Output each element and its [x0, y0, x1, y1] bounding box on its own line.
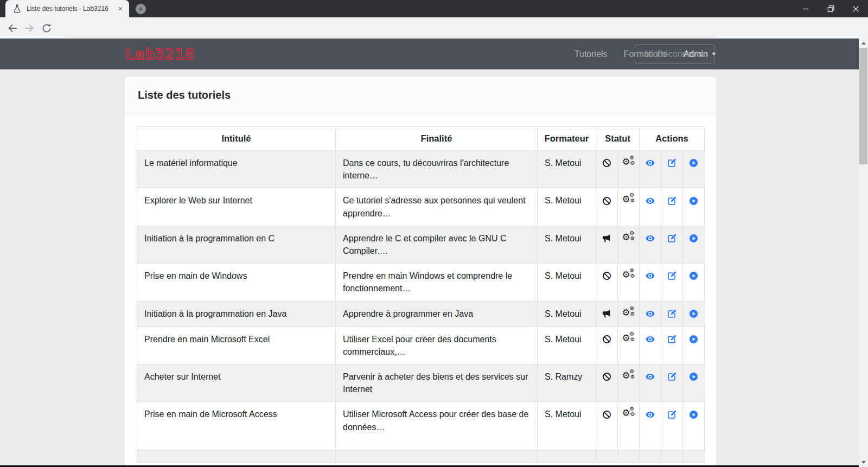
ban-icon[interactable]	[602, 372, 612, 382]
eye-icon[interactable]	[645, 372, 655, 382]
eye-icon[interactable]	[645, 271, 655, 281]
back-icon[interactable]	[7, 22, 18, 34]
play-icon[interactable]	[688, 309, 699, 319]
play-cell[interactable]	[683, 301, 705, 327]
play-icon[interactable]	[688, 271, 699, 281]
status-cell[interactable]	[596, 151, 618, 188]
play-icon[interactable]	[688, 410, 699, 420]
view-cell[interactable]	[640, 151, 661, 188]
status-cell[interactable]	[596, 364, 618, 402]
edit-icon[interactable]	[667, 271, 677, 281]
browser-tab[interactable]: Liste des tutoriels - Lab3216 ×	[5, 0, 129, 17]
settings-cell[interactable]: ⚙⚙⚙	[618, 364, 640, 402]
edit-icon[interactable]	[667, 158, 677, 168]
settings-cell[interactable]: ⚙⚙⚙	[618, 327, 640, 364]
view-cell[interactable]	[640, 402, 661, 450]
close-tab-icon[interactable]: ×	[116, 5, 125, 12]
eye-icon[interactable]	[645, 334, 655, 344]
scrollbar-thumb[interactable]	[859, 48, 867, 164]
play-cell[interactable]	[683, 264, 705, 301]
edit-cell[interactable]	[661, 226, 683, 263]
scroll-up-button[interactable]	[859, 39, 868, 48]
edit-icon[interactable]	[667, 372, 677, 382]
settings-cell[interactable]: ⚙⚙⚙	[618, 151, 640, 188]
play-cell[interactable]	[683, 364, 705, 402]
settings-cell[interactable]: ⚙⚙⚙	[618, 264, 640, 301]
ban-icon[interactable]	[602, 271, 612, 281]
edit-cell[interactable]	[661, 188, 683, 226]
view-cell[interactable]	[640, 188, 661, 226]
bullhorn-icon[interactable]	[602, 233, 612, 244]
edit-icon[interactable]	[667, 410, 677, 420]
view-cell[interactable]	[640, 301, 661, 327]
eye-icon[interactable]	[645, 158, 655, 168]
play-icon[interactable]	[688, 196, 699, 206]
status-cell[interactable]	[596, 188, 618, 226]
ban-icon[interactable]	[602, 196, 612, 206]
play-cell[interactable]	[683, 188, 705, 226]
scroll-down-button[interactable]	[859, 458, 868, 467]
cogs-icon[interactable]: ⚙⚙⚙	[622, 156, 635, 167]
edit-icon[interactable]	[667, 196, 677, 206]
play-icon[interactable]	[688, 334, 699, 344]
status-cell[interactable]	[596, 301, 618, 327]
status-cell[interactable]	[596, 226, 618, 263]
edit-icon[interactable]	[667, 309, 677, 319]
status-cell[interactable]	[596, 327, 618, 364]
ban-icon[interactable]	[602, 334, 612, 344]
edit-cell[interactable]	[661, 151, 683, 188]
forward-icon[interactable]	[23, 22, 35, 34]
cogs-icon[interactable]: ⚙⚙⚙	[622, 232, 635, 242]
edit-cell[interactable]	[661, 450, 683, 462]
view-cell[interactable]	[640, 226, 661, 263]
new-tab-button[interactable]: +	[136, 4, 146, 14]
play-cell[interactable]	[683, 450, 705, 462]
edit-icon[interactable]	[667, 233, 677, 244]
settings-cell[interactable]: ⚙⚙⚙	[618, 301, 640, 327]
page-scrollbar[interactable]	[859, 39, 868, 467]
close-window-button[interactable]	[843, 0, 868, 17]
cogs-icon[interactable]: ⚙⚙⚙	[622, 332, 635, 343]
edit-cell[interactable]	[661, 327, 683, 364]
cogs-icon[interactable]: ⚙⚙⚙	[622, 407, 635, 418]
edit-cell[interactable]	[661, 402, 683, 450]
settings-cell[interactable]: ⚙⚙⚙	[618, 402, 640, 450]
restore-button[interactable]	[818, 0, 843, 17]
eye-icon[interactable]	[645, 309, 655, 319]
settings-cell[interactable]: ⚙⚙⚙	[618, 188, 640, 226]
play-icon[interactable]	[688, 158, 699, 168]
edit-cell[interactable]	[661, 264, 683, 301]
play-icon[interactable]	[688, 233, 699, 244]
view-cell[interactable]	[640, 450, 661, 462]
brand-logo[interactable]: Lab3216	[125, 45, 195, 63]
eye-icon[interactable]	[645, 233, 655, 244]
status-cell[interactable]	[596, 402, 618, 450]
view-cell[interactable]	[640, 364, 661, 402]
refresh-icon[interactable]	[41, 22, 53, 34]
ban-icon[interactable]	[602, 158, 612, 168]
ban-icon[interactable]	[602, 410, 612, 420]
play-cell[interactable]	[683, 327, 705, 364]
play-cell[interactable]	[683, 151, 705, 188]
view-cell[interactable]	[640, 327, 661, 364]
settings-cell[interactable]: ⚙⚙⚙	[618, 450, 640, 462]
eye-icon[interactable]	[645, 410, 655, 420]
view-cell[interactable]	[640, 264, 661, 301]
settings-cell[interactable]: ⚙⚙⚙	[618, 226, 640, 263]
cogs-icon[interactable]: ⚙⚙⚙	[622, 194, 635, 204]
cogs-icon[interactable]: ⚙⚙⚙	[622, 370, 635, 381]
play-icon[interactable]	[688, 372, 699, 382]
play-cell[interactable]	[683, 226, 705, 263]
edit-cell[interactable]	[661, 364, 683, 402]
play-cell[interactable]	[683, 402, 705, 450]
edit-cell[interactable]	[661, 301, 683, 327]
edit-icon[interactable]	[667, 334, 677, 344]
logout-button[interactable]: Déconnecter	[635, 44, 715, 64]
eye-icon[interactable]	[645, 196, 655, 206]
status-cell[interactable]	[596, 450, 618, 462]
nav-item-tutoriels[interactable]: Tutoriels	[575, 49, 608, 59]
bullhorn-icon[interactable]	[602, 309, 612, 319]
status-cell[interactable]	[596, 264, 618, 301]
cogs-icon[interactable]: ⚙⚙⚙	[622, 307, 635, 318]
minimize-button[interactable]	[793, 0, 818, 17]
